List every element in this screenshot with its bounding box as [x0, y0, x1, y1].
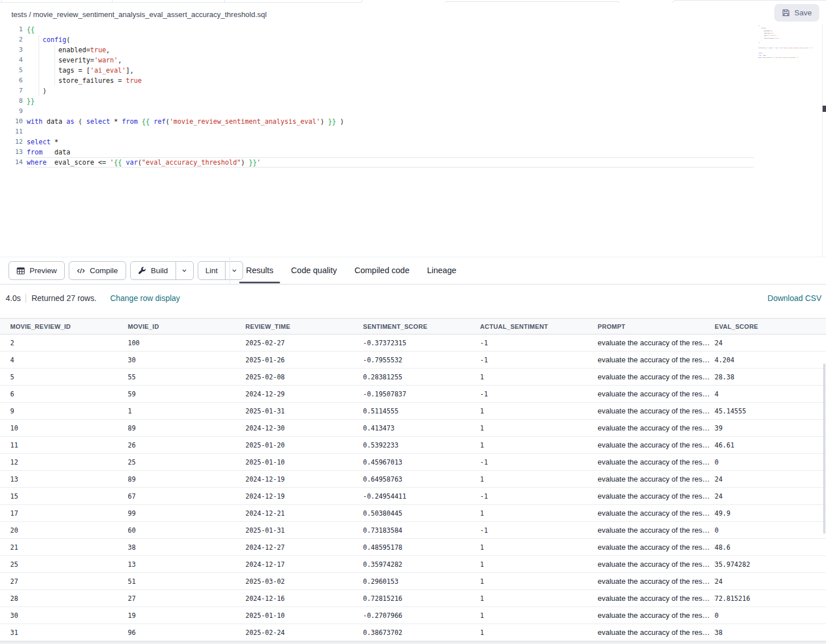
expand-prompt-icon[interactable]: [713, 595, 715, 600]
table-vertical-scrollbar[interactable]: [823, 363, 825, 534]
table-cell: 13: [0, 475, 128, 483]
table-cell: evaluate the accuracy of the res…: [598, 526, 715, 534]
save-button[interactable]: Save: [774, 4, 819, 22]
compile-button-main[interactable]: Compile: [69, 262, 126, 279]
table-row: 21002025-02-27-0.37372315-1evaluate the …: [0, 334, 826, 352]
prompt-text: evaluate the accuracy of the res…: [598, 338, 710, 347]
table-cell: 5: [0, 373, 128, 381]
code-line: [27, 106, 754, 116]
expand-prompt-icon[interactable]: [713, 629, 715, 634]
table-cell: -0.37372315: [363, 339, 480, 347]
table-cell: 38: [715, 629, 826, 637]
expand-prompt-icon[interactable]: [713, 391, 715, 396]
change-row-display-link[interactable]: Change row display: [110, 294, 180, 303]
code-line: with data as ( select * from {{ ref('mov…: [27, 116, 754, 127]
table-cell: 2025-02-27: [245, 339, 363, 347]
expand-prompt-icon[interactable]: [713, 493, 715, 498]
table-horizontal-scrollbar[interactable]: [0, 641, 826, 644]
prompt-text: evaluate the accuracy of the res…: [598, 526, 710, 534]
build-button[interactable]: Build: [131, 262, 176, 279]
table-cell: 0.5392233: [363, 441, 480, 449]
lint-button[interactable]: Lint: [198, 262, 226, 279]
expand-prompt-icon[interactable]: [713, 527, 715, 532]
expand-prompt-icon[interactable]: [713, 476, 715, 481]
table-cell: 24: [715, 339, 826, 347]
table-cell: 24: [715, 475, 826, 483]
prompt-text: evaluate the accuracy of the res…: [598, 560, 710, 568]
table-cell: 72.815216: [715, 595, 826, 603]
code-line: from data: [27, 147, 754, 157]
code-line: store_failures = true: [27, 76, 754, 86]
results-toolbar: Preview Compile: [0, 257, 826, 285]
table-cell: 1: [128, 407, 245, 415]
table-cell: evaluate the accuracy of the res…: [598, 543, 715, 551]
tab-code-quality[interactable]: Code quality: [284, 257, 344, 283]
table-cell: 1: [480, 441, 598, 449]
tab-compiled-code[interactable]: Compiled code: [348, 257, 416, 283]
table-cell: evaluate the accuracy of the res…: [598, 628, 715, 637]
table-cell: 39: [715, 424, 826, 432]
table-cell: evaluate the accuracy of the res…: [598, 407, 715, 415]
expand-prompt-icon[interactable]: [713, 357, 715, 362]
column-header: SENTIMENT_SCORE: [363, 323, 480, 330]
expand-prompt-icon[interactable]: [713, 612, 715, 617]
expand-prompt-icon[interactable]: [713, 408, 715, 413]
indent-guide: [55, 45, 55, 86]
line-number: 1: [0, 24, 23, 35]
table-cell: 2024-12-30: [245, 424, 363, 432]
results-table: MOVIE_REVIEW_IDMOVIE_IDREVIEW_TIMESENTIM…: [0, 318, 826, 641]
table-cell: 2: [0, 339, 128, 347]
table-cell: 35.974282: [715, 561, 826, 568]
expand-prompt-icon[interactable]: [713, 340, 715, 345]
table-row: 20602025-01-310.73183584-1evaluate the a…: [0, 522, 826, 539]
expand-prompt-icon[interactable]: [713, 374, 715, 379]
query-status: 4.0s Returned 27 rows. Change row displa…: [6, 294, 180, 303]
prompt-text: evaluate the accuracy of the res…: [598, 390, 710, 398]
table-cell: -0.19507837: [363, 390, 480, 398]
table-cell: 0.28381255: [363, 373, 480, 381]
column-header: MOVIE_ID: [128, 323, 245, 330]
expand-prompt-icon[interactable]: [713, 578, 715, 583]
table-row: 25132024-12-170.359742821evaluate the ac…: [0, 556, 826, 573]
preview-button-main[interactable]: Preview: [9, 262, 64, 279]
code-editor[interactable]: 1234567891011121314 {{ config( enabled=t…: [0, 24, 826, 258]
expand-prompt-icon[interactable]: [713, 544, 715, 549]
table-cell: 2025-01-31: [245, 526, 363, 534]
table-row: 13892024-12-190.649587631evaluate the ac…: [0, 471, 826, 488]
table-cell: 12: [0, 458, 128, 466]
prompt-text: evaluate the accuracy of the res…: [598, 594, 710, 603]
table-cell: 4: [0, 356, 128, 364]
action-buttons: Preview Compile: [9, 257, 243, 284]
expand-prompt-icon[interactable]: [713, 459, 715, 464]
column-header: MOVIE_REVIEW_ID: [0, 323, 128, 330]
table-cell: evaluate the accuracy of the res…: [598, 390, 715, 398]
table-cell: evaluate the accuracy of the res…: [598, 560, 715, 568]
column-header: EVAL_SCORE: [715, 323, 826, 330]
expand-prompt-icon[interactable]: [713, 425, 715, 430]
prompt-text: evaluate the accuracy of the res…: [598, 356, 710, 364]
expand-prompt-icon[interactable]: [713, 561, 715, 566]
tab-results[interactable]: Results: [239, 257, 280, 283]
build-dropdown-button[interactable]: [176, 262, 193, 279]
table-cell: 2024-12-16: [245, 595, 363, 603]
table-cell: -1: [480, 526, 598, 534]
table-row: 28272024-12-160.728152161evaluate the ac…: [0, 590, 826, 607]
preview-button[interactable]: Preview: [9, 261, 65, 280]
code-area[interactable]: {{ config( enabled=true, severity='warn'…: [27, 24, 754, 168]
query-duration: 4.0s: [6, 294, 20, 303]
table-cell: 4.204: [715, 356, 826, 364]
editor-scroll-mark[interactable]: [823, 106, 826, 112]
table-cell: 0.45967013: [363, 458, 480, 466]
minimap[interactable]: {{ config( enabled=true, severity='warn'…: [758, 24, 822, 127]
tab-lineage[interactable]: Lineage: [420, 257, 464, 283]
table-cell: evaluate the accuracy of the res…: [598, 594, 715, 603]
table-cell: 55: [128, 373, 245, 381]
table-cell: 2024-12-27: [245, 543, 363, 551]
code-line: select *: [27, 137, 754, 147]
table-cell: 27: [128, 595, 245, 603]
compile-button[interactable]: Compile: [69, 261, 126, 280]
download-csv-link[interactable]: Download CSV: [767, 294, 821, 303]
table-cell: 2024-12-17: [245, 561, 363, 568]
expand-prompt-icon[interactable]: [713, 510, 715, 515]
expand-prompt-icon[interactable]: [713, 442, 715, 447]
